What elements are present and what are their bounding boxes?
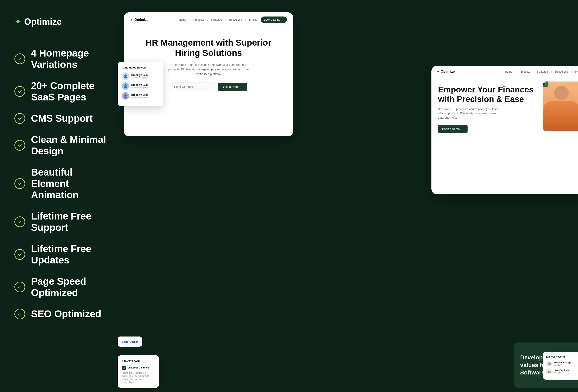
candidates-title: Candidates Review: [122, 66, 159, 69]
feature-label-homepage-variations: 4 Homepage Variations: [31, 47, 109, 70]
hr-hero-subtitle: Streamline HR processes and empower your…: [165, 62, 252, 76]
candidate-row-2: 👤 Brooklyn Lean Software Engineer: [122, 82, 159, 90]
finance-nav-resources[interactable]: Resources: [555, 70, 568, 73]
candidate-info-3: Brooklyn Lean Software Engineer: [131, 93, 148, 99]
finance-nav-products[interactable]: Products: [519, 70, 530, 73]
hr-card-nav: ✦ Optimize Home | Products | Features | …: [124, 12, 293, 27]
check-icon-free-support: [14, 217, 25, 227]
feature-item-clean-design: Clean & Minimal Design: [14, 134, 109, 157]
camera-icon: 📷: [543, 82, 547, 85]
hr-nav-cta-button[interactable]: Book a Demo →: [261, 16, 287, 23]
feature-label-seo: SEO Optimized: [31, 308, 101, 320]
feature-item-seo: SEO Optimized: [14, 308, 109, 320]
feature-label-saas-pages: 20+ Complete SaaS Pages: [31, 80, 109, 103]
finance-person-image: 📷: [543, 82, 578, 131]
hr-nav-home[interactable]: Home: [179, 18, 186, 21]
feature-label-free-support: Lifetime Free Support: [31, 211, 109, 233]
finance-nav: ✦ Optimize Home | Products | Features | …: [432, 66, 578, 77]
coinbase-logo: coinbase: [122, 339, 138, 344]
finance-card-inner: Empower Your Finances with Precision & E…: [432, 77, 578, 194]
feature-item-free-updates: Lifetime Free Updates: [14, 243, 109, 266]
record-icon-2: 🚗: [546, 368, 552, 374]
feature-label-clean-design: Clean & Minimal Design: [31, 134, 109, 157]
candidate-row-1: 👤 Brooklyn Lean Software Engineer: [122, 72, 159, 80]
finance-logo-text: Optimize: [441, 70, 455, 73]
check-icon-cms-support: [14, 113, 25, 124]
feature-item-page-speed: Page Speed Optimized: [14, 276, 109, 298]
hr-logo-text: Optimize: [134, 18, 148, 22]
feature-item-animation: Beautiful Element Animation: [14, 167, 109, 201]
feature-item-homepage-variations: 4 Homepage Variations: [14, 47, 109, 70]
finance-nav-home[interactable]: Home: [505, 70, 512, 73]
elevate-title: Elevate you: [122, 359, 155, 363]
hr-hero-title: HR Management with Superior Hiring Solut…: [132, 38, 285, 58]
check-icon-homepage-variations: [14, 53, 25, 64]
hr-nav-logo: ✦ Optimize: [130, 18, 148, 22]
feature-label-page-speed: Page Speed Optimized: [31, 276, 109, 298]
record-row-2: 🚗 Uber Car Ride $ 636.0: [546, 368, 578, 374]
feature-label-cms-support: CMS Support: [31, 113, 93, 124]
hr-nav-links: Home | Products | Features | Resources |…: [179, 16, 287, 23]
finance-hero-subtitle: Streamline HR processes and empower your…: [438, 107, 500, 120]
feature-label-free-updates: Lifetime Free Updates: [31, 243, 109, 266]
feature-item-cms-support: CMS Support: [14, 113, 109, 124]
check-icon-free-updates: [14, 249, 25, 260]
candidate-info-2: Brooklyn Lean Software Engineer: [131, 84, 148, 89]
candidate-avatar-3: 👤: [122, 92, 129, 100]
logo-area: ✦ Optimize: [14, 16, 109, 27]
logos-bar: coinbase: [118, 337, 142, 347]
feature-list: 4 Homepage Variations 20+ Complete SaaS …: [14, 47, 109, 320]
feature-item-free-support: Lifetime Free Support: [14, 211, 109, 233]
customer-badge: ☑ Customer-Centricity: [122, 366, 155, 370]
card-elevate: Elevate you ☑ Customer-Centricity Puttin…: [118, 355, 159, 388]
check-icon-page-speed: [14, 282, 25, 292]
feature-item-saas-pages: 20+ Complete SaaS Pages: [14, 80, 109, 103]
record-info-1: Hospital Charge $ 2540.0: [554, 361, 571, 366]
hr-nav-products[interactable]: Products: [193, 18, 204, 21]
finance-nav-logo: ✦ Optimize: [436, 69, 455, 74]
finance-cta-button[interactable]: Book a Demo →: [438, 125, 468, 133]
hr-cta-button[interactable]: Book a Demo →: [218, 83, 247, 91]
hr-email-input[interactable]: [170, 83, 215, 91]
check-icon-animation: [14, 178, 25, 189]
camera-badge: 📷: [543, 82, 548, 87]
person-silhouette: [543, 82, 578, 131]
finance-nav-features[interactable]: Features: [537, 70, 548, 73]
logo-text: Optimize: [24, 16, 62, 27]
customer-badge-icon: ☑: [122, 366, 126, 370]
records-title: Lastest Records: [546, 355, 578, 358]
hr-nav-pricing[interactable]: Pricing: [249, 18, 257, 21]
candidate-avatar-1: 👤: [122, 72, 129, 80]
hr-logo-icon: ✦: [130, 18, 133, 22]
elevate-description: Putting our customers at the everything …: [122, 371, 155, 384]
left-panel: ✦ Optimize 4 Homepage Variations 20+ Com…: [0, 0, 124, 392]
finance-hero-title: Empower Your Finances with Precision & E…: [438, 85, 536, 104]
customer-badge-label: Customer-Centricity: [128, 366, 149, 369]
candidate-info-1: Brooklyn Lean Software Engineer: [131, 74, 148, 79]
finance-image-container: 📷: [543, 82, 578, 194]
candidate-row-3: 👤 Brooklyn Lean Software Engineer: [122, 92, 159, 100]
candidate-avatar-2: 👤: [122, 82, 129, 90]
record-row-1: 🏥 Hospital Charge $ 2540.0: [546, 361, 578, 366]
finance-logo-icon: ✦: [436, 69, 439, 74]
card-finance: ✦ Optimize Home | Products | Features | …: [432, 66, 578, 194]
person-head: [554, 86, 569, 100]
check-icon-clean-design: [14, 140, 25, 151]
card-candidates: Candidates Review 👤 Brooklyn Lean Softwa…: [118, 62, 163, 106]
record-icon-1: 🏥: [546, 361, 552, 366]
feature-label-animation: Beautiful Element Animation: [31, 167, 109, 201]
check-icon-saas-pages: [14, 86, 25, 97]
finance-nav-pricing[interactable]: Pricing: [575, 70, 578, 73]
card-records: Lastest Records 🏥 Hospital Charge $ 2540…: [543, 352, 578, 380]
record-info-2: Uber Car Ride $ 636.0: [554, 369, 569, 374]
logo-icon: ✦: [14, 17, 22, 26]
finance-content: Empower Your Finances with Precision & E…: [432, 77, 543, 194]
hr-nav-resources[interactable]: Resources: [229, 18, 242, 21]
right-panel: ✦ Optimize Home | Products | Features | …: [124, 0, 578, 392]
hr-nav-features[interactable]: Features: [211, 18, 222, 21]
check-icon-seo: [14, 309, 25, 319]
finance-nav-links: Home | Products | Features | Resources |…: [505, 70, 578, 73]
